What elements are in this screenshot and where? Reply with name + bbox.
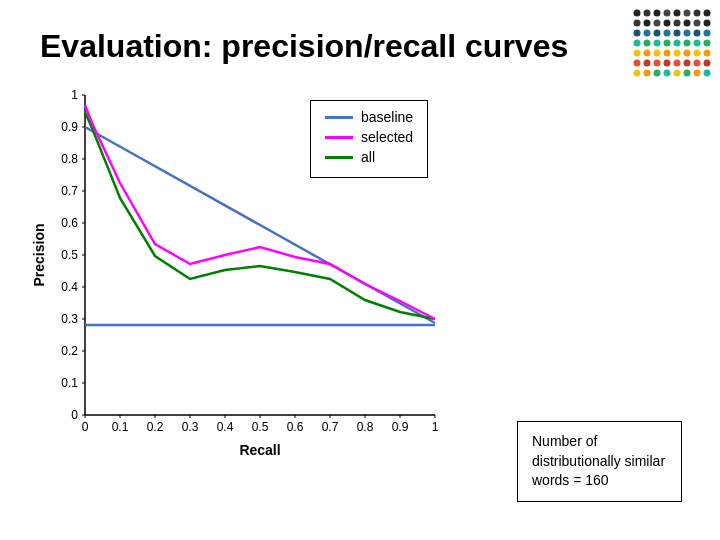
svg-text:0.2: 0.2 xyxy=(61,344,78,358)
slide: Evaluation: precision/recall curves 0 0.… xyxy=(0,0,720,540)
info-box: Number of distributionally similar words… xyxy=(517,421,682,502)
svg-text:0.1: 0.1 xyxy=(112,420,129,434)
legend-item-baseline: baseline xyxy=(325,109,413,125)
svg-text:1: 1 xyxy=(432,420,439,434)
legend-baseline-line xyxy=(325,116,353,119)
svg-text:0.5: 0.5 xyxy=(252,420,269,434)
svg-text:0.5: 0.5 xyxy=(61,248,78,262)
svg-text:0.4: 0.4 xyxy=(217,420,234,434)
svg-text:Recall: Recall xyxy=(239,442,280,458)
chart-legend: baseline selected all xyxy=(310,100,428,178)
svg-text:0.7: 0.7 xyxy=(322,420,339,434)
slide-title: Evaluation: precision/recall curves xyxy=(40,28,568,65)
svg-text:0: 0 xyxy=(82,420,89,434)
svg-text:0.1: 0.1 xyxy=(61,376,78,390)
svg-text:0.7: 0.7 xyxy=(61,184,78,198)
svg-text:0.9: 0.9 xyxy=(61,120,78,134)
svg-text:0.8: 0.8 xyxy=(357,420,374,434)
legend-selected-label: selected xyxy=(361,129,413,145)
dot-grid-decoration xyxy=(632,8,712,78)
svg-text:1: 1 xyxy=(71,88,78,102)
svg-text:0.2: 0.2 xyxy=(147,420,164,434)
legend-all-label: all xyxy=(361,149,375,165)
svg-text:0.3: 0.3 xyxy=(182,420,199,434)
svg-text:0.8: 0.8 xyxy=(61,152,78,166)
legend-all-line xyxy=(325,156,353,159)
legend-item-all: all xyxy=(325,149,413,165)
info-box-text: Number of distributionally similar words… xyxy=(532,433,665,488)
legend-selected-line xyxy=(325,136,353,139)
legend-item-selected: selected xyxy=(325,129,413,145)
svg-text:0.9: 0.9 xyxy=(392,420,409,434)
svg-text:0: 0 xyxy=(71,408,78,422)
legend-baseline-label: baseline xyxy=(361,109,413,125)
svg-text:Precision: Precision xyxy=(31,223,47,286)
svg-text:0.6: 0.6 xyxy=(287,420,304,434)
svg-text:0.6: 0.6 xyxy=(61,216,78,230)
svg-text:0.4: 0.4 xyxy=(61,280,78,294)
svg-text:0.3: 0.3 xyxy=(61,312,78,326)
